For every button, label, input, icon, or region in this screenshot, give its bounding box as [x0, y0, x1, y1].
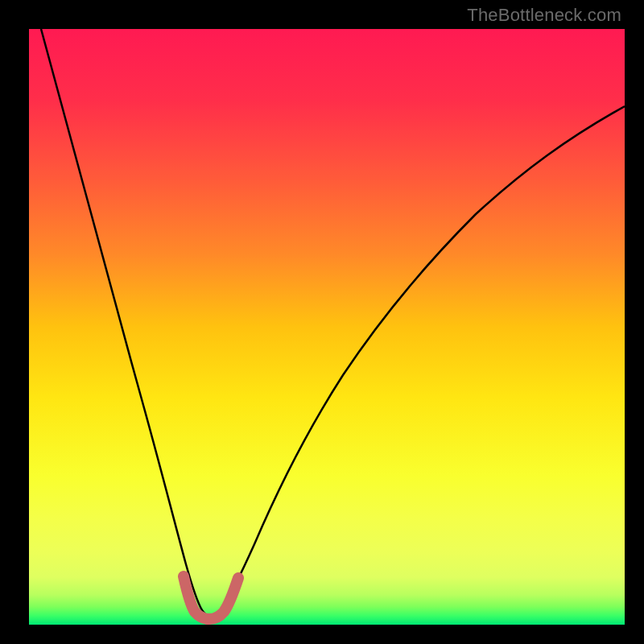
chart-svg	[29, 29, 625, 625]
watermark-text: TheBottleneck.com	[467, 5, 621, 26]
gradient-background	[29, 29, 625, 625]
chart-plot-area	[29, 29, 625, 625]
